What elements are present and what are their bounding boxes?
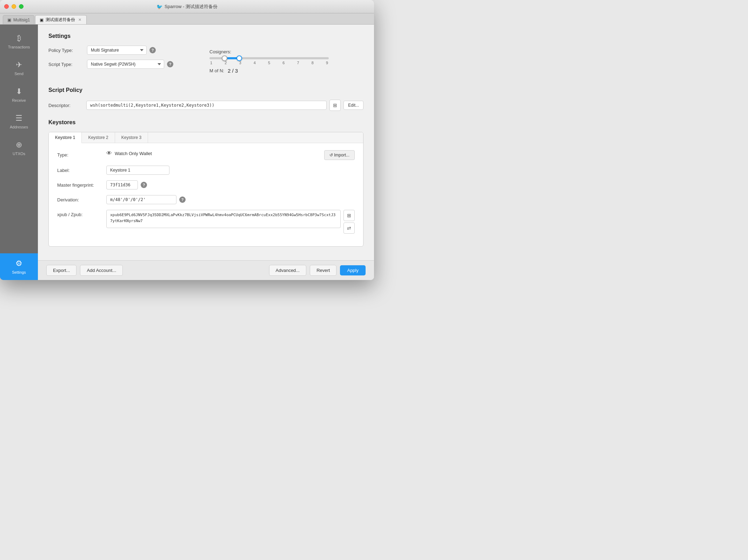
sidebar-item-transactions[interactable]: ₿ Transactions: [0, 28, 38, 55]
fingerprint-help-icon[interactable]: ?: [141, 182, 147, 188]
maximize-button[interactable]: [19, 4, 24, 9]
policy-type-select[interactable]: Multi Signature Single Signature: [87, 46, 147, 55]
keystore-tab-1[interactable]: Keystore 1: [49, 132, 82, 143]
apply-button[interactable]: Apply: [340, 265, 366, 275]
keystore-label-input[interactable]: [106, 166, 169, 175]
sidebar-item-receive[interactable]: ⬇ Receive: [0, 81, 38, 108]
traffic-lights: [4, 4, 24, 9]
minimize-button[interactable]: [12, 4, 16, 9]
keystore-tab-2[interactable]: Keystore 2: [82, 132, 115, 143]
cosigners-area: Cosigners: 1 2 3: [209, 46, 363, 77]
xpub-area: ⊞ ⇄: [106, 210, 355, 234]
keystore-tab-3[interactable]: Keystore 3: [115, 132, 148, 143]
slider-num-9: 9: [326, 61, 328, 65]
keystore-label-value: [106, 166, 355, 175]
slider-thumb-right[interactable]: [236, 55, 242, 61]
settings-section-title: Settings: [48, 33, 363, 39]
keystore-xpub-label: xpub / Zpub:: [57, 210, 103, 217]
settings-icon: ⚙: [15, 259, 22, 268]
policy-type-help-icon[interactable]: ?: [149, 47, 156, 53]
descriptor-grid-icon[interactable]: ⊞: [329, 100, 341, 111]
advanced-button[interactable]: Advanced...: [269, 265, 307, 276]
app-icon: 🐦: [156, 4, 162, 9]
keystore-label-label: Label:: [57, 166, 103, 173]
keystore-tabs: Keystore 1 Keystore 2 Keystore 3: [49, 132, 363, 143]
xpub-swap-icon-button[interactable]: ⇄: [343, 222, 355, 234]
fingerprint-display: 73f11d36: [106, 180, 138, 189]
keystore-fingerprint-value: 73f11d36 ?: [106, 180, 355, 189]
keystores-title: Keystores: [48, 119, 363, 126]
keystore-type-text: Watch Only Wallet: [115, 151, 152, 156]
slider-num-6: 6: [282, 61, 285, 65]
sidebar: ₿ Transactions ✈ Send ⬇ Receive ☰ Addres…: [0, 25, 38, 280]
settings-right: Cosigners: 1 2 3: [209, 46, 363, 77]
keystores-panel: Keystore 1 Keystore 2 Keystore 3 Type: 👁…: [48, 132, 363, 247]
export-button[interactable]: Export...: [46, 265, 76, 276]
script-type-label: Script Type:: [48, 62, 84, 67]
descriptor-input[interactable]: [86, 101, 327, 110]
xpub-grid-icon-button[interactable]: ⊞: [343, 210, 355, 221]
policy-type-row: Policy Type: Multi Signature Single Sign…: [48, 46, 202, 55]
sidebar-item-addresses[interactable]: ☰ Addresses: [0, 108, 38, 135]
descriptor-edit-button[interactable]: Edit...: [343, 101, 363, 110]
revert-button[interactable]: Revert: [310, 265, 336, 276]
keystore-fingerprint-label: Master fingerprint:: [57, 180, 103, 188]
settings-grid: Policy Type: Multi Signature Single Sign…: [48, 46, 363, 77]
tab-multisig1[interactable]: ▣ Multisig1: [3, 15, 34, 24]
watch-only-icon: 👁: [106, 150, 112, 156]
keystore-type-label: Type:: [57, 150, 103, 158]
keystore-derivation-input[interactable]: [106, 195, 176, 204]
close-button[interactable]: [4, 4, 9, 9]
tab-close-button[interactable]: ✕: [77, 18, 82, 22]
keystore-xpub-input[interactable]: [106, 210, 341, 228]
cosigners-label: Cosigners:: [209, 49, 231, 54]
slider-num-2: 2: [225, 61, 227, 65]
policy-type-control: Multi Signature Single Signature ?: [87, 46, 156, 55]
slider-numbers: 1 2 3 4 5 6 7 8 9: [209, 61, 329, 65]
sidebar-item-settings[interactable]: ⚙ Settings: [0, 253, 38, 280]
add-account-button[interactable]: Add Account...: [80, 265, 123, 276]
window-title: 🐦 Sparrow - 测试描述符备份: [156, 4, 218, 10]
cosigners-label-row: Cosigners:: [209, 49, 363, 54]
tabbar: ▣ Multisig1 ▣ 测试描述符备份 ✕: [0, 13, 374, 25]
keystore-derivation-label: Derivation:: [57, 195, 103, 202]
keystore-type-row: Type: 👁 Watch Only Wallet ↺ Import...: [57, 150, 355, 160]
mof-n-row: M of N: 2 / 3: [209, 68, 363, 74]
sidebar-item-send[interactable]: ✈ Send: [0, 55, 38, 81]
slider-thumb-left[interactable]: [222, 55, 227, 61]
slider-num-4: 4: [254, 61, 256, 65]
script-policy-section: Script Policy Descriptor: ⊞ Edit...: [48, 87, 363, 111]
descriptor-row: Descriptor: ⊞ Edit...: [48, 100, 363, 111]
settings-left: Policy Type: Multi Signature Single Sign…: [48, 46, 202, 77]
keystore-content: Type: 👁 Watch Only Wallet ↺ Import... La…: [49, 143, 363, 246]
xpub-icon-buttons: ⊞ ⇄: [343, 210, 355, 234]
import-button[interactable]: ↺ Import...: [324, 150, 355, 160]
addresses-icon: ☰: [15, 114, 22, 123]
sidebar-item-utxos[interactable]: ⊕ UTXOs: [0, 135, 38, 161]
descriptor-label: Descriptor:: [48, 103, 84, 108]
tab-icon-multisig1: ▣: [7, 18, 11, 22]
script-type-row: Script Type: Native Segwit (P2WSH) Neste…: [48, 60, 202, 69]
cosigners-slider-track[interactable]: [209, 57, 329, 59]
derivation-help-icon[interactable]: ?: [179, 196, 186, 203]
footer: Export... Add Account... Advanced... Rev…: [38, 260, 374, 280]
keystore-xpub-row: xpub / Zpub: ⊞ ⇄: [57, 210, 355, 234]
tab-test-backup[interactable]: ▣ 测试描述符备份 ✕: [35, 15, 87, 24]
slider-num-7: 7: [297, 61, 299, 65]
script-type-select[interactable]: Native Segwit (P2WSH) Nested Segwit (P2S…: [87, 60, 164, 69]
policy-type-label: Policy Type:: [48, 48, 84, 53]
send-icon: ✈: [16, 60, 22, 69]
slider-area: [209, 57, 363, 59]
titlebar: 🐦 Sparrow - 测试描述符备份: [0, 0, 374, 13]
script-type-help-icon[interactable]: ?: [167, 61, 173, 67]
keystore-derivation-row: Derivation: ?: [57, 195, 355, 204]
keystore-type-value: 👁 Watch Only Wallet: [106, 150, 321, 156]
bitcoin-icon: ₿: [17, 34, 21, 43]
content-body: Settings Policy Type: Multi Signature Si…: [38, 25, 374, 260]
slider-num-5: 5: [268, 61, 270, 65]
script-type-control: Native Segwit (P2WSH) Nested Segwit (P2S…: [87, 60, 173, 69]
slider-num-3: 3: [239, 61, 241, 65]
keystores-section: Keystores Keystore 1 Keystore 2 Keystore…: [48, 119, 363, 247]
main-layout: ₿ Transactions ✈ Send ⬇ Receive ☰ Addres…: [0, 25, 374, 280]
tab-icon-test-backup: ▣: [40, 18, 44, 22]
